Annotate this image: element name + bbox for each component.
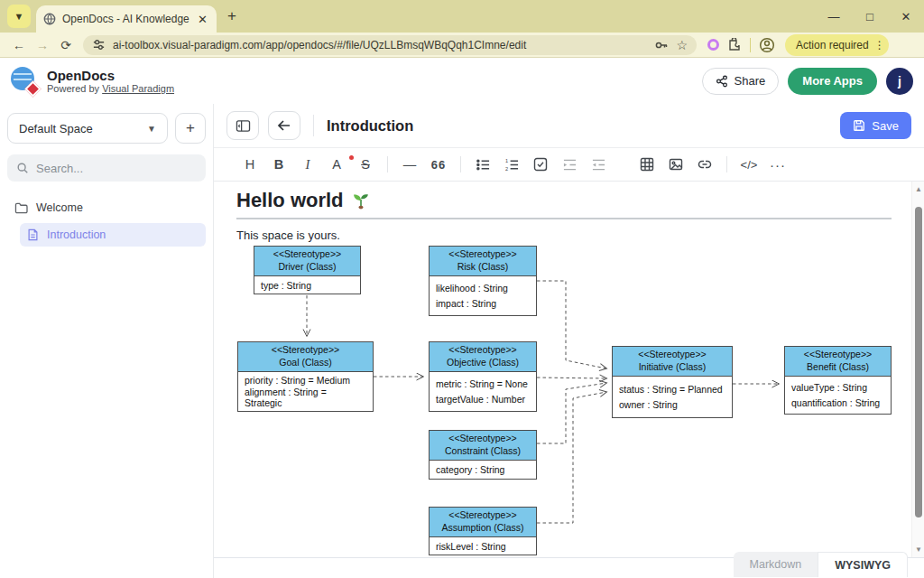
sidebar: Default Space ▼ + Welcome Introduc <box>0 104 214 578</box>
outdent-button[interactable] <box>586 153 611 176</box>
uml-edge-risk-to-initiative <box>537 281 606 368</box>
mode-switch: Markdown WYSIWYG <box>734 552 908 577</box>
insert-image-button[interactable] <box>663 153 688 176</box>
numbered-list-button[interactable]: 12 <box>499 153 524 176</box>
opendocs-logo-icon <box>11 67 40 96</box>
tree-item-introduction[interactable]: Introduction <box>20 223 206 247</box>
toggle-sidebar-button[interactable] <box>226 111 259 140</box>
bold-button[interactable]: B <box>266 153 291 176</box>
uml-diagram[interactable]: <<Stereotype>>Driver (Class)type : Strin… <box>214 182 911 557</box>
tab-close-icon[interactable]: ✕ <box>196 13 209 26</box>
uml-class-name: Constraint (Class) <box>431 445 534 458</box>
chrome-menu-icon[interactable]: ⋮ <box>874 39 883 51</box>
tree-item-welcome[interactable]: Welcome <box>7 196 206 219</box>
uml-class-initiative: <<Stereotype>>Initiative (Class)status :… <box>612 346 733 418</box>
uml-attribute: valueType : String <box>791 382 884 393</box>
scrollbar-thumb[interactable] <box>915 207 922 517</box>
uml-attribute: metric : String = None <box>436 378 530 389</box>
strikethrough-button[interactable]: S <box>353 153 378 176</box>
divider <box>726 156 727 172</box>
add-space-button[interactable]: + <box>175 113 206 144</box>
tab-search-button[interactable]: ▼ <box>7 5 31 28</box>
wysiwyg-mode-button[interactable]: WYSIWYG <box>818 552 908 577</box>
scroll-up-icon[interactable]: ▲ <box>912 185 924 193</box>
uml-class-objective: <<Stereotype>>Objective (Class)metric : … <box>429 341 537 412</box>
search-box[interactable] <box>7 154 206 182</box>
more-apps-button[interactable]: More Apps <box>788 68 877 95</box>
horizontal-rule-button[interactable]: — <box>397 153 422 176</box>
uml-class-driver: <<Stereotype>>Driver (Class)type : Strin… <box>254 246 361 294</box>
uml-class-name: Risk (Class) <box>431 261 534 274</box>
uml-attribute: targetValue : Number <box>436 394 530 405</box>
tab-strip: ▼ OpenDocs - AI Knowledge Base ✕ + — □ ✕ <box>0 0 924 33</box>
extensions-puzzle-icon[interactable] <box>727 38 742 52</box>
profile-icon[interactable] <box>759 37 775 53</box>
window-close-button[interactable]: ✕ <box>888 3 924 30</box>
editor-footer: Markdown WYSIWYG <box>214 557 924 578</box>
uml-class-name: Driver (Class) <box>256 261 358 274</box>
back-button[interactable] <box>268 111 300 140</box>
insert-link-button[interactable] <box>692 153 717 176</box>
uml-stereotype-label: <<Stereotype>> <box>256 248 358 261</box>
chevron-down-icon: ▼ <box>147 124 156 134</box>
uml-stereotype-label: <<Stereotype>> <box>787 349 889 361</box>
window-minimize-button[interactable]: — <box>816 3 852 30</box>
uml-attribute: priority : String = Medium <box>245 375 366 386</box>
uml-stereotype-label: <<Stereotype>> <box>431 248 534 261</box>
folder-icon <box>14 202 28 214</box>
markdown-mode-button[interactable]: Markdown <box>734 552 818 577</box>
insert-table-button[interactable] <box>634 153 660 176</box>
uml-class-assumption: <<Stereotype>>Assumption (Class)riskLeve… <box>429 507 537 555</box>
uml-stereotype-label: <<Stereotype>> <box>431 433 534 445</box>
scroll-down-icon[interactable]: ▼ <box>912 545 924 554</box>
uml-attribute: status : String = Planned <box>619 384 725 395</box>
red-dot <box>349 155 354 160</box>
task-list-button[interactable] <box>528 153 553 176</box>
visual-paradigm-link[interactable]: Visual Paradigm <box>102 83 174 94</box>
uml-attribute: impact : String <box>436 298 530 309</box>
vertical-scrollbar[interactable]: ▲ ▼ <box>911 182 924 557</box>
uml-attribute: riskLevel : String <box>436 541 530 552</box>
toolbar-more-button[interactable]: ··· <box>765 153 790 176</box>
uml-edge-objective-to-initiative <box>537 378 606 378</box>
tune-icon[interactable] <box>92 38 106 51</box>
bullet-list-button[interactable] <box>470 153 495 176</box>
save-icon <box>853 119 865 132</box>
uml-class-name: Goal (Class) <box>240 357 371 369</box>
uml-class-name: Initiative (Class) <box>614 361 730 374</box>
action-required-chip[interactable]: Action required ⋮ <box>785 34 889 56</box>
uml-stereotype-label: <<Stereotype>> <box>614 349 730 361</box>
powered-by: Powered by Visual Paradigm <box>47 83 174 94</box>
code-block-button[interactable]: </> <box>736 153 762 176</box>
divider <box>750 38 751 52</box>
document-content[interactable]: Hello world This space is yours. <<Stere… <box>214 182 924 557</box>
save-button[interactable]: Save <box>840 112 911 139</box>
italic-button[interactable]: I <box>295 153 320 176</box>
divider <box>313 115 314 136</box>
search-input[interactable] <box>36 162 197 175</box>
extension-ring-icon[interactable] <box>707 39 719 51</box>
browser-tab[interactable]: OpenDocs - AI Knowledge Base ✕ <box>36 5 217 33</box>
bookmark-star-icon[interactable]: ☆ <box>676 38 688 52</box>
heading-button[interactable]: H <box>237 153 263 176</box>
svg-text:1: 1 <box>505 158 508 163</box>
back-icon[interactable]: ← <box>7 38 31 52</box>
new-tab-button[interactable]: + <box>227 7 236 25</box>
password-key-icon[interactable] <box>654 38 669 52</box>
uml-attribute: type : String <box>261 280 354 291</box>
address-bar[interactable]: ai-toolbox.visual-paradigm.com/app/opend… <box>83 35 697 55</box>
avatar[interactable]: j <box>886 68 913 95</box>
uml-attribute: alignment : String = Strategic <box>245 387 366 408</box>
text-color-button[interactable]: A <box>324 153 349 176</box>
window-maximize-button[interactable]: □ <box>852 3 888 30</box>
uml-stereotype-label: <<Stereotype>> <box>431 509 534 522</box>
uml-class-name: Assumption (Class) <box>431 522 534 535</box>
page-title: Introduction <box>327 117 413 135</box>
uml-attribute: quantification : String <box>791 397 884 408</box>
forward-icon[interactable]: → <box>31 38 54 52</box>
space-select[interactable]: Default Space ▼ <box>7 113 168 144</box>
share-button[interactable]: Share <box>702 68 780 95</box>
indent-button[interactable] <box>557 153 582 176</box>
reload-icon[interactable]: ⟳ <box>54 38 78 52</box>
blockquote-button[interactable]: 66 <box>426 153 451 176</box>
